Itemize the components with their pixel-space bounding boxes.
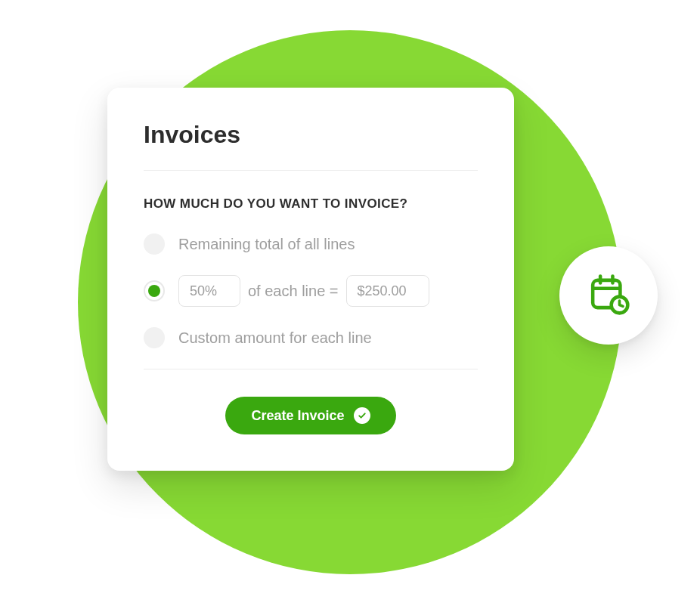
percent-mid-text: of each line =	[248, 283, 339, 300]
create-invoice-button[interactable]: Create Invoice	[225, 397, 395, 434]
radio-percent-of-each-line[interactable]	[144, 280, 165, 301]
invoice-card: Invoices HOW MUCH DO YOU WANT TO INVOICE…	[107, 88, 514, 471]
radio-custom-amount[interactable]	[144, 327, 165, 348]
invoice-prompt: HOW MUCH DO YOU WANT TO INVOICE?	[144, 196, 478, 212]
calendar-schedule-icon	[587, 272, 630, 319]
card-title: Invoices	[144, 121, 478, 149]
create-invoice-button-label: Create Invoice	[251, 408, 344, 424]
radio-remaining-total[interactable]	[144, 233, 165, 255]
percent-input[interactable]: 50%	[178, 275, 240, 307]
amount-input[interactable]: $250.00	[346, 275, 429, 307]
option-remaining-total-label: Remaining total of all lines	[178, 236, 355, 253]
divider-top	[144, 170, 478, 171]
check-icon	[354, 407, 370, 424]
option-remaining-total[interactable]: Remaining total of all lines	[144, 231, 478, 257]
radio-selected-indicator	[148, 285, 160, 297]
option-custom-amount[interactable]: Custom amount for each line	[144, 325, 478, 351]
card-actions: Create Invoice	[144, 369, 478, 434]
schedule-badge	[559, 246, 658, 345]
option-percent-of-each-line[interactable]: 50% of each line = $250.00	[144, 275, 478, 307]
option-custom-amount-label: Custom amount for each line	[178, 329, 372, 347]
